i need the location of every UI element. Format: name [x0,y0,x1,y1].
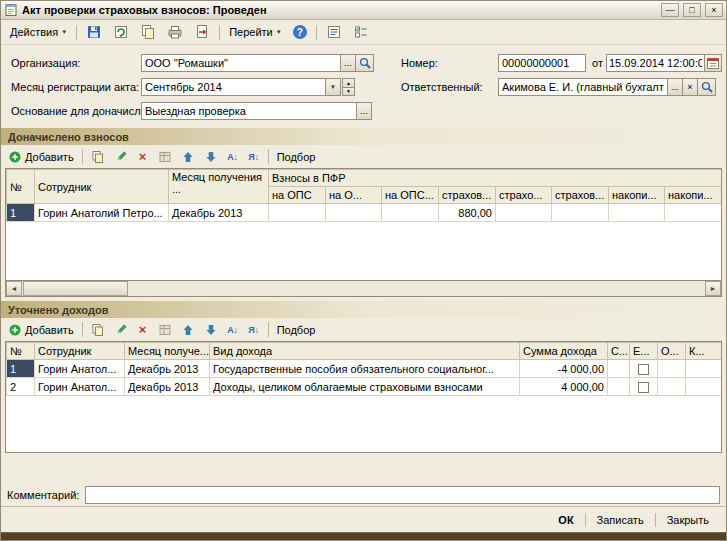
employee-cell[interactable]: Горин Анатол... [35,378,125,396]
table-row[interactable]: 1 Горин Анатол... Декабрь 2013 Государст… [7,360,722,378]
pick-button[interactable]: Подбор [273,320,320,340]
description-button[interactable] [321,22,347,42]
actions-menu-button[interactable]: Действия ▼ [5,22,72,42]
sort-desc-button[interactable]: Я↓ [244,320,264,340]
registration-month-dropdown-button[interactable]: ▼ [326,78,341,96]
scroll-right-button[interactable]: ► [705,281,721,296]
copy-button[interactable] [135,22,161,42]
organization-open-button[interactable] [356,54,374,72]
amount-cell[interactable] [552,204,609,222]
empty-cell[interactable] [658,378,686,396]
delete-row-button[interactable]: × [133,147,153,167]
checkbox-cell[interactable] [630,378,658,396]
end-edit-button[interactable] [154,320,176,340]
copy-row-button[interactable] [87,320,109,340]
scroll-left-button[interactable]: ◄ [6,281,22,296]
edit-row-button[interactable] [110,320,132,340]
column-header-amount: Сумма дохода [520,343,608,360]
organization-choose-button[interactable]: ... [341,54,356,72]
move-up-button[interactable] [177,147,199,167]
column-header-k: К... [686,343,722,360]
column-header-savings1: накопи... [609,187,665,204]
toolbar-separator [316,25,317,40]
empty-cell[interactable] [608,378,630,396]
add-row-button[interactable]: Добавить [4,147,78,167]
empty-cell[interactable] [686,360,722,378]
amount-cell[interactable]: 880,00 [439,204,496,222]
checkbox-unchecked[interactable] [638,382,649,393]
comment-input[interactable] [85,486,720,504]
edit-row-button[interactable] [110,147,132,167]
end-edit-button[interactable] [154,147,176,167]
scrollbar-thumb[interactable] [23,281,128,296]
calendar-button[interactable] [705,54,722,72]
organization-input[interactable] [141,54,341,72]
write-button[interactable]: Записать [588,511,653,529]
move-up-button[interactable] [177,320,199,340]
checkbox-cell[interactable] [630,360,658,378]
employee-cell[interactable]: Горин Анатолий Петро... [35,204,169,222]
help-button[interactable]: ? [288,22,312,42]
basis-choose-button[interactable]: ... [357,102,372,120]
responsible-clear-button[interactable]: × [683,78,698,96]
minimize-button[interactable]: — [661,3,679,17]
responsible-open-button[interactable] [698,78,716,96]
maximize-button[interactable]: □ [683,3,701,17]
print-button[interactable] [162,22,188,42]
copy-icon [140,24,156,40]
income-type-cell[interactable]: Государственные пособия обязательного со… [210,360,520,378]
column-header-month: Месяц получения ... [169,170,269,204]
amount-cell[interactable]: 4 000,00 [520,378,608,396]
amount-cell[interactable] [609,204,665,222]
amount-cell[interactable] [326,204,382,222]
checkbox-unchecked[interactable] [638,364,649,375]
month-cell[interactable]: Декабрь 2013 [169,204,269,222]
registration-month-input[interactable] [141,78,326,96]
stepper-up-button[interactable]: ▲ [342,78,355,88]
scrollbar-track[interactable] [22,281,705,296]
empty-cell[interactable] [686,378,722,396]
income-type-cell[interactable]: Доходы, целиком облагаемые страховыми вз… [210,378,520,396]
go-menu-button[interactable]: Перейти ▼ [224,22,287,42]
employee-cell[interactable]: Горин Анатол... [35,360,125,378]
pick-button[interactable]: Подбор [273,147,320,167]
copy-icon [91,150,105,164]
row-number-cell[interactable]: 1 [7,204,35,222]
sort-desc-button[interactable]: Я↓ [244,147,264,167]
table-row[interactable]: 1 Горин Анатолий Петро... Декабрь 2013 8… [7,204,722,222]
empty-cell[interactable] [608,360,630,378]
close-window-button[interactable]: Закрыть [658,511,718,529]
table-row[interactable]: 2 Горин Анатол... Декабрь 2013 Доходы, ц… [7,378,722,396]
amount-cell[interactable] [665,204,722,222]
empty-cell[interactable] [658,360,686,378]
row-number-cell[interactable]: 1 [7,360,35,378]
date-input[interactable] [606,54,705,72]
amount-cell[interactable] [269,204,326,222]
save-button[interactable] [81,22,107,42]
sort-asc-button[interactable]: А↓ [223,320,243,340]
month-cell[interactable]: Декабрь 2013 [125,360,210,378]
reread-button[interactable] [108,22,134,42]
settings-button[interactable] [348,22,374,42]
move-down-button[interactable] [200,147,222,167]
delete-row-button[interactable]: × [133,320,153,340]
row-number-cell[interactable]: 2 [7,378,35,396]
basis-input[interactable] [141,102,357,120]
sort-asc-button[interactable]: А↓ [223,147,243,167]
ok-button[interactable]: ОК [549,511,582,529]
amount-cell[interactable] [496,204,552,222]
month-cell[interactable]: Декабрь 2013 [125,378,210,396]
amount-cell[interactable]: -4 000,00 [520,360,608,378]
incomes-toolbar: Добавить × А↓ Я↓ Подбор [1,318,726,341]
export-button[interactable] [189,22,215,42]
column-header-ops3: на ОПС... [382,187,439,204]
add-row-button[interactable]: Добавить [4,320,78,340]
responsible-choose-button[interactable]: ... [668,78,683,96]
number-input[interactable] [498,54,586,72]
responsible-input[interactable] [498,78,668,96]
move-down-button[interactable] [200,320,222,340]
close-button[interactable]: × [705,3,723,17]
stepper-down-button[interactable]: ▼ [342,88,355,97]
copy-row-button[interactable] [87,147,109,167]
amount-cell[interactable] [382,204,439,222]
